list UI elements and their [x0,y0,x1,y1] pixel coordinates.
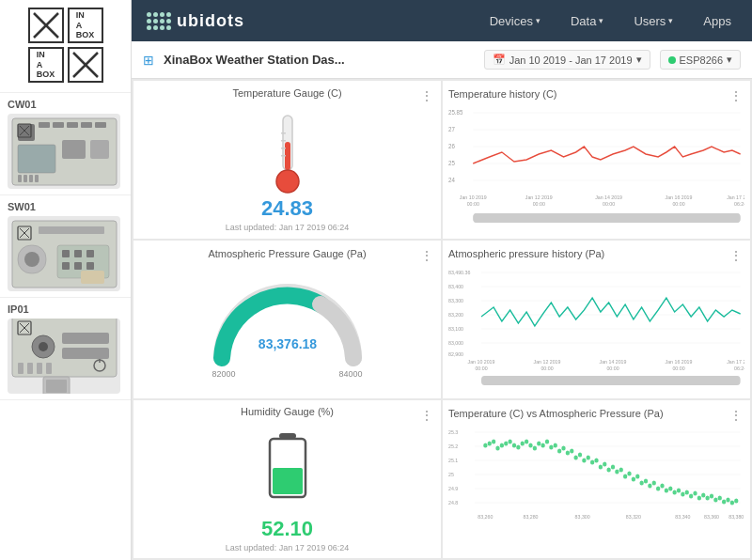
svg-rect-12 [62,140,86,159]
device-picker[interactable]: ESP8266 ▾ [660,50,741,70]
svg-rect-25 [39,226,104,234]
temp-history-title: Temperature history (C) [448,88,744,100]
dashboard-title: XinaBox Weather Station Das... [164,53,345,67]
data-chevron-icon: ▾ [599,16,603,25]
svg-rect-20 [35,175,39,182]
svg-point-148 [594,459,598,463]
svg-rect-80 [473,213,740,223]
svg-point-154 [619,468,623,473]
svg-point-138 [554,443,557,448]
svg-text:26: 26 [448,143,455,149]
scatter-widget: Temperature (C) vs Atmospheric Pressure … [443,400,750,558]
humidity-gauge-widget: Humidity Gauge (%) ⋮ 52.10 Last updated:… [133,400,441,558]
svg-rect-6 [39,122,50,128]
temp-gauge-widget: Temperature Gauge (C) ⋮ 24.83 Last updat… [133,81,441,239]
thermometer-icon [273,114,303,196]
svg-point-141 [566,451,570,456]
svg-point-134 [537,442,540,446]
svg-point-125 [500,443,504,448]
svg-text:83,320: 83,320 [626,514,641,520]
svg-point-147 [590,460,594,465]
svg-point-159 [639,481,643,486]
date-range-picker[interactable]: 📅 Jan 10 2019 - Jan 17 2019 ▾ [484,50,650,70]
svg-text:25: 25 [448,160,455,166]
svg-point-126 [504,442,508,446]
logo-dots [147,12,171,30]
svg-rect-7 [53,122,64,128]
svg-point-136 [545,440,549,444]
svg-rect-47 [46,363,52,374]
svg-text:00:00: 00:00 [533,201,545,207]
svg-text:83,380: 83,380 [728,514,744,520]
svg-point-181 [730,501,734,506]
scatter-menu[interactable]: ⋮ [729,408,743,423]
temp-history-menu[interactable]: ⋮ [729,88,743,103]
svg-rect-105 [481,376,741,385]
svg-rect-49 [46,380,67,393]
svg-text:Jan 12 2019: Jan 12 2019 [525,194,553,200]
device-item-ip01[interactable]: IP01 [0,298,131,400]
svg-rect-29 [62,250,70,257]
svg-text:83,360: 83,360 [704,514,719,520]
device-img-cw01 [8,114,120,189]
svg-rect-44 [18,363,24,374]
svg-text:Jan 16 2019: Jan 16 2019 [666,194,693,200]
svg-text:24.8: 24.8 [448,500,458,506]
svg-rect-11 [18,145,55,173]
nav-item-data[interactable]: Data ▾ [565,10,609,32]
svg-text:83,376.18: 83,376.18 [258,336,316,351]
svg-point-174 [701,493,705,498]
svg-text:Jan 14 2019: Jan 14 2019 [600,359,627,365]
svg-point-54 [276,170,299,193]
date-chevron-icon: ▾ [636,54,642,66]
svg-point-161 [648,484,651,489]
svg-point-152 [611,465,615,470]
svg-text:25.2: 25.2 [448,443,458,449]
svg-rect-32 [62,262,70,270]
svg-point-158 [635,474,639,479]
logo-box-3: INABOX [28,47,64,83]
sidebar: INABOX INABOX CW01 [0,0,132,560]
pressure-gauge-widget: Atmospheric Pressure Gauge (Pa) ⋮ 83,376… [133,241,441,398]
svg-text:Jan 14 2019: Jan 14 2019 [595,194,622,200]
svg-rect-42 [62,333,109,344]
svg-rect-108 [273,468,303,494]
humidity-gauge-menu[interactable]: ⋮ [420,408,433,423]
svg-text:24.9: 24.9 [448,486,458,491]
svg-point-128 [512,443,516,448]
svg-text:Jan 10 2019: Jan 10 2019 [460,194,487,200]
svg-point-137 [549,445,553,450]
nav-item-apps[interactable]: Apps [697,10,737,32]
svg-rect-55 [281,132,286,134]
svg-point-151 [606,468,610,473]
svg-text:00:00: 00:00 [603,201,615,207]
svg-text:Jan 12 2019: Jan 12 2019 [534,359,561,365]
device-img-sw01 [8,216,120,291]
temp-gauge-menu[interactable]: ⋮ [420,88,433,103]
svg-point-135 [540,443,544,448]
svg-point-155 [623,474,627,479]
nav-item-devices[interactable]: Devices ▾ [484,10,546,32]
device-item-cw01[interactable]: CW01 [0,93,131,195]
svg-point-41 [39,342,48,351]
svg-text:00:00: 00:00 [672,201,684,207]
pressure-gauge-menu[interactable]: ⋮ [420,248,433,263]
logo-area: INABOX INABOX [0,0,131,93]
svg-point-130 [521,442,525,446]
svg-rect-30 [74,250,82,257]
svg-rect-34 [86,262,94,270]
device-label-ip01: IP01 [8,303,123,315]
nav-item-users[interactable]: Users ▾ [628,10,679,32]
svg-point-182 [734,499,738,504]
svg-point-178 [718,496,722,501]
svg-point-131 [525,440,528,444]
svg-point-157 [632,477,635,482]
svg-text:Jan 17 2018: Jan 17 2018 [727,194,744,200]
device-item-sw01[interactable]: SW01 [0,195,131,298]
svg-point-139 [557,449,561,454]
top-nav: ubidots Devices ▾ Data ▾ Users ▾ Apps [132,0,752,41]
svg-rect-8 [67,122,78,128]
svg-rect-43 [62,348,109,359]
pressure-history-menu[interactable]: ⋮ [729,248,743,263]
svg-text:82,900: 82,900 [448,351,463,357]
